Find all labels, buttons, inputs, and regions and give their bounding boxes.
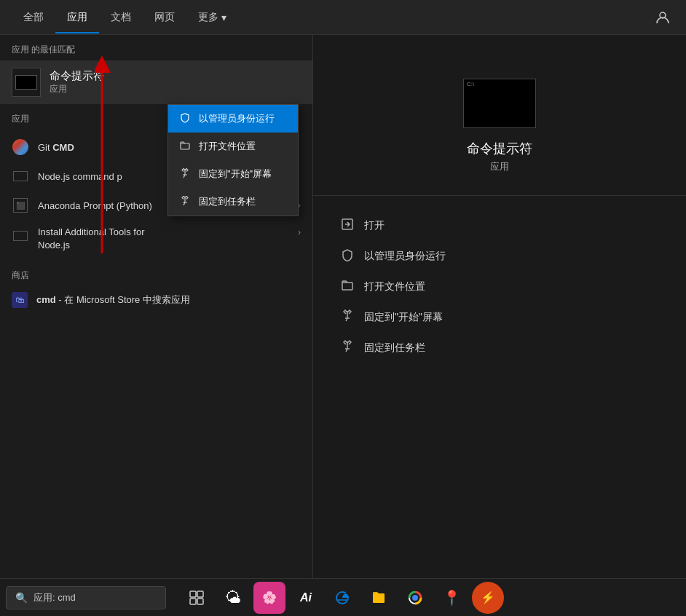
taskbar-widgets[interactable]: 🌤 xyxy=(217,582,249,614)
tab-docs[interactable]: 文档 xyxy=(99,2,143,33)
svg-point-11 xyxy=(412,595,418,601)
app-thumbnail: C:\ xyxy=(463,79,536,128)
best-match-name: 命令提示符 xyxy=(50,69,104,83)
ctx-pin-start[interactable]: 固定到"开始"屏幕 xyxy=(168,160,298,188)
store-section-title: 商店 xyxy=(0,261,312,286)
context-menu: 以管理员身份运行 打开文件位置 固定到"开始"屏幕 xyxy=(167,104,299,216)
right-panel: C:\ 命令提示符 应用 打开 以管理员身份运行 xyxy=(313,35,686,616)
git-cmd-icon xyxy=(12,138,29,156)
list-item-install-tools[interactable]: Install Additional Tools forNode.js › xyxy=(0,220,312,258)
svg-rect-6 xyxy=(190,591,196,597)
right-action-run-admin[interactable]: 以管理员身份运行 xyxy=(335,241,664,272)
left-panel: 应用 的最佳匹配 命令提示符 应用 xyxy=(0,35,313,616)
search-window: 全部 应用 文档 网页 更多 ▾ 应用 的最佳匹配 命令提示符 xyxy=(0,0,686,616)
taskbar-pink-app[interactable]: 🌸 xyxy=(253,582,285,614)
user-icon[interactable] xyxy=(651,6,674,29)
svg-rect-7 xyxy=(197,591,203,597)
tab-apps[interactable]: 应用 xyxy=(55,2,99,33)
taskbar-ai[interactable]: Ai xyxy=(290,582,322,614)
chevron-right-icon-2: › xyxy=(298,227,301,237)
taskbar-search[interactable]: 🔍 应用: cmd xyxy=(6,586,166,609)
install-tools-icon xyxy=(12,227,29,245)
taskbar-files[interactable] xyxy=(363,582,395,614)
svg-rect-10 xyxy=(373,593,385,603)
store-item-cmd[interactable]: 🛍 cmd - 在 Microsoft Store 中搜索应用 xyxy=(0,286,312,314)
admin-shield-icon xyxy=(341,248,355,264)
nodejs-icon xyxy=(12,167,29,185)
taskbar-icons: 🌤 🌸 Ai 📍 ⚡ xyxy=(181,582,504,614)
taskbar-orange-app[interactable]: ⚡ xyxy=(472,582,504,614)
ctx-open-location[interactable]: 打开文件位置 xyxy=(168,133,298,160)
store-bag-icon: 🛍 xyxy=(12,292,28,308)
pin-start-icon xyxy=(341,309,355,325)
taskbar-chrome[interactable] xyxy=(399,582,431,614)
right-app-type: 应用 xyxy=(490,160,509,173)
pin-icon xyxy=(180,168,192,181)
best-match-title: 应用 的最佳匹配 xyxy=(0,35,312,60)
location-folder-icon xyxy=(341,279,355,295)
ctx-pin-taskbar[interactable]: 固定到任务栏 xyxy=(168,188,298,216)
taskbar: 🔍 应用: cmd 🌤 🌸 Ai 📍 ⚡ xyxy=(0,578,686,616)
best-match-type: 应用 xyxy=(50,83,104,95)
tab-more[interactable]: 更多 ▾ xyxy=(186,2,238,33)
pin-taskbar-icon xyxy=(341,340,355,356)
taskbar-maps[interactable]: 📍 xyxy=(435,582,468,614)
shield-icon xyxy=(180,113,192,125)
app-preview: C:\ 命令提示符 应用 xyxy=(463,79,536,173)
svg-rect-9 xyxy=(197,599,203,604)
right-app-name: 命令提示符 xyxy=(467,140,532,157)
svg-rect-1 xyxy=(181,143,189,149)
cmd-app-icon xyxy=(12,68,41,97)
taskbar-taskview[interactable] xyxy=(181,582,213,614)
tab-all[interactable]: 全部 xyxy=(12,2,55,33)
svg-rect-5 xyxy=(342,283,352,290)
right-action-pin-start[interactable]: 固定到"开始"屏幕 xyxy=(335,302,664,333)
main-content: 应用 的最佳匹配 命令提示符 应用 xyxy=(0,35,686,616)
best-match-item[interactable]: 命令提示符 应用 xyxy=(0,60,312,104)
divider xyxy=(313,195,686,196)
tab-web[interactable]: 网页 xyxy=(143,2,186,33)
chevron-down-icon: ▾ xyxy=(221,12,226,23)
best-match-text: 命令提示符 应用 xyxy=(50,69,104,95)
anaconda-icon: ⬛ xyxy=(12,197,29,214)
right-action-pin-taskbar[interactable]: 固定到任务栏 xyxy=(335,333,664,363)
nav-tabs: 全部 应用 文档 网页 更多 ▾ xyxy=(0,0,686,35)
search-icon: 🔍 xyxy=(15,592,28,604)
taskbar-pin-icon xyxy=(180,196,192,208)
open-icon xyxy=(341,218,355,234)
right-actions: 打开 以管理员身份运行 打开文件位置 xyxy=(313,210,686,363)
folder-icon xyxy=(180,141,192,153)
ctx-run-admin[interactable]: 以管理员身份运行 xyxy=(168,105,298,133)
right-action-open-location[interactable]: 打开文件位置 xyxy=(335,272,664,302)
right-action-open[interactable]: 打开 xyxy=(335,210,664,241)
search-bar-text: 应用: cmd xyxy=(33,591,76,604)
svg-rect-8 xyxy=(190,599,196,604)
taskbar-edge[interactable] xyxy=(326,582,358,614)
